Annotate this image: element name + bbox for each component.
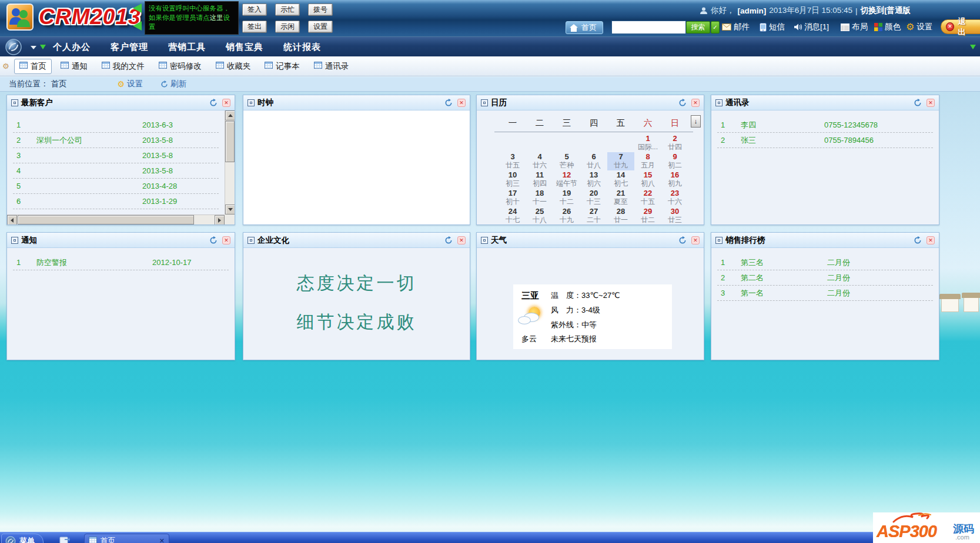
vertical-scrollbar[interactable] bbox=[225, 110, 235, 214]
collapse-icon[interactable] bbox=[715, 99, 723, 106]
cti-button-签入[interactable]: 签入 bbox=[242, 4, 267, 16]
tab-密码修改[interactable]: 密码修改 bbox=[153, 59, 207, 74]
task-close-icon[interactable]: ✕ bbox=[159, 537, 165, 543]
widget-close-icon[interactable]: ✕ bbox=[457, 99, 466, 107]
settings-button[interactable]: ⚙ 设置 bbox=[906, 20, 932, 34]
search-dropdown-icon[interactable]: ✓ bbox=[711, 21, 720, 33]
calendar-cell[interactable]: 27二十 bbox=[580, 207, 607, 224]
search-button[interactable]: 搜索 bbox=[686, 21, 710, 33]
collapse-icon[interactable] bbox=[481, 99, 488, 106]
taskbar-app-icon[interactable] bbox=[57, 534, 72, 543]
scroll-right-button[interactable] bbox=[215, 215, 225, 224]
calendar-cell[interactable]: 13初六 bbox=[580, 170, 607, 189]
weather-forecast-link[interactable]: 未来七天预报 bbox=[551, 334, 597, 344]
breadcrumb-settings-button[interactable]: ⚙ 设置 bbox=[118, 79, 143, 89]
calendar-cell[interactable]: 29廿二 bbox=[634, 207, 661, 224]
scroll-left-button[interactable] bbox=[7, 215, 17, 224]
sales-row-name[interactable]: 第一名 bbox=[734, 288, 827, 299]
sales-row-name[interactable]: 第二名 bbox=[734, 273, 827, 283]
scroll-down-button[interactable] bbox=[225, 205, 235, 214]
calendar-cell[interactable]: 5芒种 bbox=[553, 152, 580, 170]
calendar-cell[interactable]: 9初二 bbox=[661, 152, 688, 170]
message-button[interactable]: 消息[1] bbox=[794, 20, 829, 34]
calendar-cell[interactable]: 28廿一 bbox=[607, 207, 634, 224]
calendar-cell[interactable]: 8五月 bbox=[634, 152, 661, 170]
widget-close-icon[interactable]: ✕ bbox=[222, 236, 230, 244]
calendar-cell[interactable]: 4廿六 bbox=[526, 152, 553, 170]
home-button[interactable]: 首页 bbox=[566, 21, 603, 34]
calendar-cell[interactable]: 19十二 bbox=[553, 189, 580, 207]
cti-button-签出[interactable]: 签出 bbox=[242, 21, 267, 33]
tab-记事本[interactable]: 记事本 bbox=[259, 59, 305, 74]
calendar-cell[interactable]: 7廿九 bbox=[607, 152, 634, 170]
calendar-cell[interactable]: 25十八 bbox=[526, 207, 553, 224]
tab-通讯录[interactable]: 通讯录 bbox=[309, 59, 354, 74]
collapse-icon[interactable] bbox=[481, 237, 488, 244]
calendar-cell[interactable]: 16初九 bbox=[661, 170, 688, 189]
search-input[interactable] bbox=[611, 21, 686, 34]
calendar-cell[interactable]: 11初四 bbox=[526, 170, 553, 189]
widget-refresh-icon[interactable] bbox=[914, 99, 922, 107]
calendar-cell[interactable]: 18十一 bbox=[526, 189, 553, 207]
scroll-thumb[interactable] bbox=[225, 121, 235, 162]
widget-refresh-icon[interactable] bbox=[209, 99, 218, 107]
taskbar-task-item[interactable]: 首页 ✕ bbox=[84, 534, 169, 543]
calendar-cell[interactable]: 2廿四 bbox=[661, 134, 688, 152]
breadcrumb-refresh-button[interactable]: 刷新 bbox=[160, 79, 186, 89]
calendar-cell[interactable]: 10初三 bbox=[499, 170, 526, 189]
collapse-icon[interactable] bbox=[11, 237, 18, 244]
nav-item-统计报表[interactable]: 统计报表 bbox=[283, 42, 321, 53]
collapse-icon[interactable] bbox=[715, 237, 723, 244]
widget-close-icon[interactable]: ✕ bbox=[691, 236, 700, 244]
collapse-icon[interactable] bbox=[247, 99, 255, 106]
calendar-cell[interactable]: 21夏至 bbox=[607, 189, 634, 207]
calendar-cell[interactable]: 26十九 bbox=[553, 207, 580, 224]
calendar-cell[interactable]: 1国际... bbox=[634, 134, 661, 152]
layout-button[interactable]: 布局 bbox=[841, 20, 868, 34]
widget-refresh-icon[interactable] bbox=[444, 236, 453, 244]
notice-row-name[interactable]: 防空警报 bbox=[29, 257, 152, 268]
tab-收藏夹[interactable]: 收藏夹 bbox=[210, 59, 256, 74]
calendar-cell[interactable]: 22十五 bbox=[634, 189, 661, 207]
widget-close-icon[interactable]: ✕ bbox=[691, 99, 700, 107]
widget-close-icon[interactable]: ✕ bbox=[222, 99, 230, 107]
calendar-cell[interactable]: 17初十 bbox=[499, 189, 526, 207]
scroll-up-button[interactable] bbox=[225, 110, 235, 120]
tab-我的文件[interactable]: 我的文件 bbox=[96, 59, 150, 74]
widget-close-icon[interactable]: ✕ bbox=[927, 236, 935, 244]
widget-refresh-icon[interactable] bbox=[678, 236, 687, 244]
nav-green-arrow-icon[interactable] bbox=[40, 45, 46, 49]
calendar-cell[interactable]: 15初八 bbox=[634, 170, 661, 189]
nav-item-销售宝典[interactable]: 销售宝典 bbox=[226, 42, 263, 53]
exit-button[interactable]: ✕ 退 出 bbox=[941, 19, 980, 34]
calendar-cell[interactable]: 23十六 bbox=[661, 189, 688, 207]
taskbar-menu-button[interactable]: 菜单 bbox=[1, 534, 44, 543]
tab-首页[interactable]: 首页 bbox=[14, 59, 52, 74]
calendar-cell[interactable]: 12端午节 bbox=[553, 170, 580, 189]
widget-close-icon[interactable]: ✕ bbox=[927, 99, 935, 107]
widget-close-icon[interactable]: ✕ bbox=[457, 236, 466, 244]
widget-refresh-icon[interactable] bbox=[678, 99, 687, 107]
sms-button[interactable]: 短信 bbox=[760, 20, 785, 34]
calendar-cell[interactable]: 30廿三 bbox=[661, 207, 688, 224]
cti-button-示闲[interactable]: 示闲 bbox=[275, 21, 300, 33]
scroll-thumb[interactable] bbox=[18, 215, 194, 224]
calendar-cell[interactable]: 6廿八 bbox=[580, 152, 607, 170]
cti-button-示忙[interactable]: 示忙 bbox=[275, 4, 300, 16]
nav-item-个人办公[interactable]: 个人办公 bbox=[53, 42, 91, 53]
color-button[interactable]: 颜色 bbox=[874, 20, 901, 34]
cti-button-拨号[interactable]: 拨号 bbox=[308, 4, 333, 16]
cti-here-link[interactable]: 这里 bbox=[210, 14, 223, 21]
widget-refresh-icon[interactable] bbox=[209, 236, 218, 244]
nav-logo-icon[interactable] bbox=[5, 38, 22, 58]
calendar-cell[interactable]: 20十三 bbox=[580, 189, 607, 207]
nav-green-arrow-right-icon[interactable] bbox=[970, 45, 976, 49]
horizontal-scrollbar[interactable] bbox=[7, 214, 225, 224]
calendar-cell[interactable]: 14初七 bbox=[607, 170, 634, 189]
customer-row-name[interactable]: 深圳一个公司 bbox=[29, 135, 142, 146]
nav-item-营销工具[interactable]: 营销工具 bbox=[168, 42, 206, 53]
nav-item-客户管理[interactable]: 客户管理 bbox=[111, 42, 148, 53]
contact-row-name[interactable]: 李四 bbox=[734, 120, 824, 130]
sales-row-name[interactable]: 第三名 bbox=[734, 257, 827, 268]
calendar-cell[interactable]: 24十七 bbox=[499, 207, 526, 224]
